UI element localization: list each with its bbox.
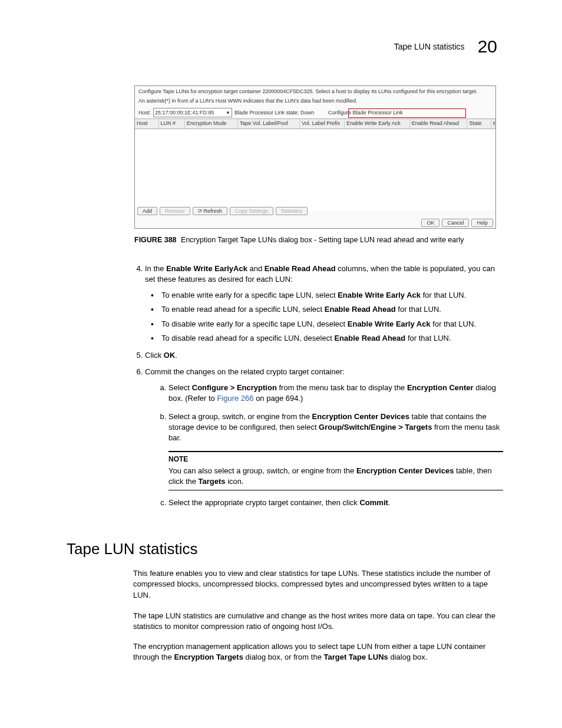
t: You can also select a group, switch, or … <box>168 466 356 475</box>
t: icon. <box>226 477 244 486</box>
bullet-3: To disable write early for a specific ta… <box>161 319 503 330</box>
section-p3: The encryption management application al… <box>133 641 504 663</box>
t: Target Tape LUNs <box>323 653 388 661</box>
t: Encryption Center Devices <box>312 412 409 421</box>
t: dialog box. <box>388 653 428 661</box>
t: Select a group, switch, or engine from t… <box>168 412 312 421</box>
t: Configure > Encryption <box>192 383 277 392</box>
section-p1: This feature enables you to view and cle… <box>133 568 504 601</box>
t: To disable read ahead for a specific LUN… <box>161 334 334 342</box>
running-head-title: Tape LUN statistics <box>394 42 465 51</box>
t: Click <box>145 351 164 360</box>
t: Targets <box>199 477 226 486</box>
configure-blade-link[interactable]: Configure Blade Processor Link <box>328 110 403 117</box>
table-header: Host LUN # Encryption Mode Tape Vol. Lab… <box>135 118 495 129</box>
blade-processor-state: Blade Processor Link state: Down <box>234 110 314 117</box>
col-prefix: Vol. Label Prefix <box>300 119 345 129</box>
col-encmode: Encryption Mode <box>185 119 238 129</box>
chevron-down-icon: ▼ <box>226 110 230 116</box>
step-4: In the Enable Write EarlyAck and Enable … <box>145 263 503 344</box>
col-keylife: Key Lifespan (days) <box>491 119 495 129</box>
t: To enable write early for a specific tap… <box>161 291 338 299</box>
t: Encryption Center Devices <box>356 466 454 475</box>
t: Select the appropriate crypto target con… <box>168 498 359 507</box>
note-text: You can also select a group, switch, or … <box>168 466 503 487</box>
help-button[interactable]: Help <box>471 219 493 227</box>
col-host: Host <box>135 119 159 129</box>
figure-caption: FIGURE 388 Encryption Target Tape LUNs d… <box>134 236 500 244</box>
dialog-instruction-2: An asterisk(*) in front of a LUN's Host … <box>135 98 495 107</box>
t: Select <box>168 383 192 392</box>
t: Group/Switch/Engine > Targets <box>319 423 432 431</box>
t: In the <box>145 264 166 273</box>
t: for that LUN. <box>405 334 451 342</box>
add-button[interactable]: Add <box>137 207 157 215</box>
t: OK <box>164 351 176 360</box>
t: . <box>388 498 391 507</box>
t: Enable Read Ahead <box>334 334 405 342</box>
step-6a: Select Configure > Encryption from the m… <box>168 383 503 404</box>
figure-label: FIGURE 388 <box>134 236 177 244</box>
t: To disable write early for a specific ta… <box>161 319 348 328</box>
note-heading: NOTE <box>168 454 503 465</box>
copy-settings-button[interactable]: Copy Settings <box>230 207 273 215</box>
host-dropdown[interactable]: 25:17:00:05:1E:41:FD:85 ▼ <box>153 108 232 117</box>
figure-caption-text: Encryption Target Tape LUNs dialog box -… <box>181 236 464 244</box>
t: for that LUN. <box>421 291 466 299</box>
t: Enable Read Ahead <box>325 305 396 314</box>
bullet-1: To enable write early for a specific tap… <box>161 290 503 301</box>
section-p2: The tape LUN statistics are cumulative a… <box>133 611 504 633</box>
t: from the menu task bar to display the <box>277 383 407 392</box>
t: and <box>247 264 265 273</box>
t: Enable Write Early Ack <box>348 319 431 328</box>
bullet-4: To disable read ahead for a specific LUN… <box>161 333 503 344</box>
t: Encryption Center <box>407 383 474 392</box>
step-5: Click OK. <box>145 350 503 361</box>
step-6b: Select a group, switch, or engine from t… <box>168 411 503 490</box>
figure-dialog: Configure Tape LUNs for encryption targe… <box>134 85 496 229</box>
t: Enable Write Early Ack <box>338 291 421 299</box>
dialog-instruction-1: Configure Tape LUNs for encryption targe… <box>135 86 495 98</box>
remove-button[interactable]: Remove <box>160 207 190 215</box>
t: Enable Read Ahead <box>265 264 336 273</box>
col-state: State <box>467 119 491 129</box>
table-body-empty <box>135 129 495 210</box>
col-label: Tape Vol. Label/Pool <box>238 119 300 129</box>
step-6c: Select the appropriate crypto target con… <box>168 498 503 508</box>
t: Encryption Targets <box>174 653 243 661</box>
refresh-button[interactable]: Refresh <box>193 207 228 215</box>
t: on page 694.) <box>254 394 303 403</box>
t: Enable Write EarlyAck <box>166 264 247 273</box>
t: . <box>175 351 177 360</box>
chapter-number: 20 <box>478 37 497 57</box>
host-label: Host: <box>138 110 151 117</box>
bullet-2: To enable read ahead for a specific LUN,… <box>161 304 503 315</box>
t: for that LUN. <box>396 305 441 314</box>
t: Commit <box>359 498 388 507</box>
statistics-button[interactable]: Statistics <box>276 207 308 215</box>
t: for that LUN. <box>431 319 476 328</box>
col-lun: LUN # <box>159 119 185 129</box>
section-heading: Tape LUN statistics <box>67 540 198 558</box>
step-6: Commit the changes on the related crypto… <box>145 367 503 508</box>
cancel-button[interactable]: Cancel <box>442 219 469 227</box>
col-readahead: Enable Read Ahead <box>410 119 468 129</box>
host-dropdown-value: 25:17:00:05:1E:41:FD:85 <box>155 110 214 116</box>
ok-button[interactable]: OK <box>421 219 439 227</box>
t: To enable read ahead for a specific LUN,… <box>161 305 325 314</box>
t: Commit the changes on the related crypto… <box>145 367 345 376</box>
figure-link[interactable]: Figure 266 <box>217 394 253 403</box>
t: dialog box, or from the <box>243 653 324 661</box>
col-writeearly: Enable Write Early Ack <box>345 119 409 129</box>
